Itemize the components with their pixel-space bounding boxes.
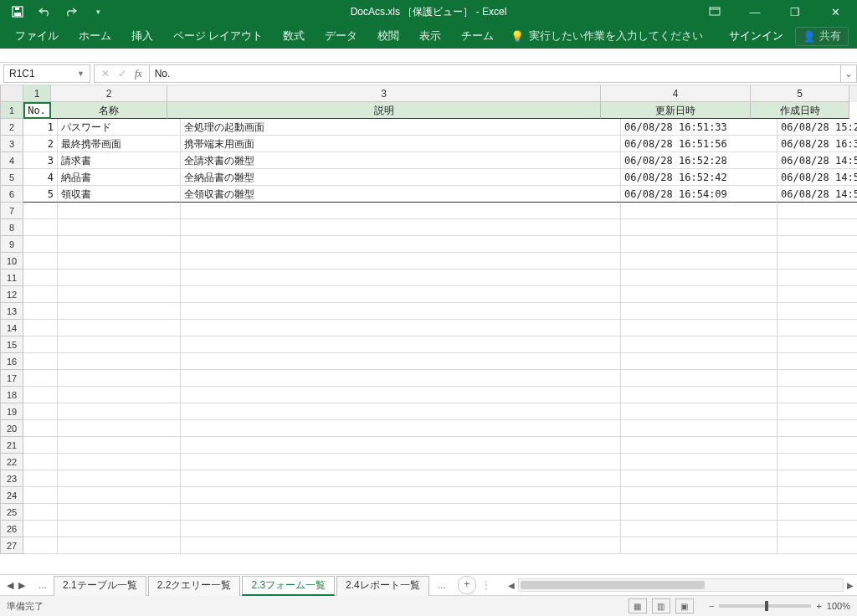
cell[interactable] <box>777 437 857 454</box>
cell[interactable] <box>621 236 777 253</box>
column-header[interactable]: 2 <box>51 85 167 102</box>
row-header[interactable]: 3 <box>0 136 23 152</box>
cell[interactable] <box>181 353 621 370</box>
cell[interactable] <box>621 219 777 236</box>
cell[interactable] <box>621 253 777 270</box>
ribbon-display-options-icon[interactable] <box>698 3 731 21</box>
cell[interactable] <box>58 320 181 336</box>
horizontal-scrollbar[interactable]: ◀ ▶ <box>505 578 857 592</box>
cell[interactable] <box>23 521 58 537</box>
cell[interactable]: 06/08/28 16:51:56 <box>621 136 777 152</box>
zoom-in-button[interactable]: + <box>816 601 821 611</box>
cell[interactable] <box>58 454 181 470</box>
new-sheet-button[interactable]: + <box>458 576 476 594</box>
tab-team[interactable]: チーム <box>451 23 504 49</box>
row-header[interactable]: 19 <box>0 403 23 420</box>
cell[interactable]: 2 <box>23 136 58 152</box>
sheet-tab[interactable]: 2.3フォーム一覧 <box>242 576 335 596</box>
tab-review[interactable]: 校閲 <box>367 23 409 49</box>
cell[interactable]: 06/08/28 16:52:42 <box>621 169 777 186</box>
cell[interactable] <box>58 403 181 420</box>
cell[interactable]: 06/08/28 16:51:33 <box>621 119 777 136</box>
close-button[interactable]: ✕ <box>819 3 852 21</box>
cell[interactable] <box>181 253 621 270</box>
cell[interactable] <box>58 420 181 437</box>
cell[interactable]: 5 <box>23 186 58 203</box>
cell[interactable] <box>181 454 621 470</box>
row-header[interactable]: 18 <box>0 387 23 403</box>
cell[interactable] <box>181 336 621 353</box>
row-header[interactable]: 14 <box>0 320 23 336</box>
cell[interactable] <box>23 403 58 420</box>
tab-formulas[interactable]: 数式 <box>273 23 315 49</box>
name-box[interactable]: R1C1 ▼ <box>3 64 90 83</box>
sign-in-link[interactable]: サインイン <box>729 29 783 44</box>
cell[interactable] <box>621 370 777 387</box>
cell[interactable] <box>777 253 857 270</box>
row-header[interactable]: 8 <box>0 219 23 236</box>
cell[interactable] <box>181 521 621 537</box>
row-header[interactable]: 12 <box>0 286 23 303</box>
header-cell[interactable]: 説明 <box>167 102 601 119</box>
cell[interactable] <box>58 487 181 504</box>
sheet-prev-icon[interactable]: ◀ <box>7 580 13 591</box>
cell[interactable] <box>621 487 777 504</box>
row-header[interactable]: 15 <box>0 336 23 353</box>
sheet-overflow-right[interactable]: ... <box>431 579 453 591</box>
cell[interactable] <box>181 286 621 303</box>
row-header[interactable]: 1 <box>0 102 23 119</box>
cell[interactable] <box>181 270 621 286</box>
sheet-tab[interactable]: 2.2クエリー一覧 <box>148 576 241 596</box>
cell[interactable] <box>777 286 857 303</box>
cell[interactable] <box>181 437 621 454</box>
row-header[interactable]: 20 <box>0 420 23 437</box>
cell[interactable]: 携帯端末用画面 <box>181 136 621 152</box>
cell[interactable] <box>777 470 857 487</box>
chevron-down-icon[interactable]: ▼ <box>77 69 85 78</box>
select-all-corner[interactable] <box>0 85 23 102</box>
cell[interactable] <box>777 236 857 253</box>
cell[interactable] <box>181 537 621 554</box>
cell[interactable] <box>777 353 857 370</box>
cell[interactable] <box>777 454 857 470</box>
cell[interactable] <box>181 320 621 336</box>
row-header[interactable]: 17 <box>0 370 23 387</box>
grid[interactable]: 12345 1No.名称説明更新日時作成日時21パスワード全処理の起動画面06/… <box>0 85 857 574</box>
cell[interactable] <box>23 336 58 353</box>
cell[interactable]: 全請求書の雛型 <box>181 152 621 169</box>
cell[interactable] <box>621 203 777 219</box>
scroll-right-icon[interactable]: ▶ <box>844 581 857 590</box>
cell[interactable] <box>621 420 777 437</box>
cell[interactable] <box>23 270 58 286</box>
cell[interactable]: 06/08/28 16:54:09 <box>621 186 777 203</box>
cell[interactable] <box>777 403 857 420</box>
cell[interactable] <box>621 504 777 521</box>
scroll-left-icon[interactable]: ◀ <box>505 581 518 590</box>
cell[interactable] <box>23 387 58 403</box>
column-header[interactable]: 5 <box>751 85 849 102</box>
cell[interactable]: 最終携帯画面 <box>58 136 181 152</box>
cell[interactable] <box>23 253 58 270</box>
normal-view-icon[interactable]: ▦ <box>629 598 647 613</box>
cell[interactable] <box>621 437 777 454</box>
cell[interactable] <box>23 470 58 487</box>
enter-icon[interactable]: ✓ <box>118 68 126 80</box>
row-header[interactable]: 23 <box>0 470 23 487</box>
cell[interactable] <box>23 537 58 554</box>
row-header[interactable]: 10 <box>0 253 23 270</box>
cell[interactable] <box>777 537 857 554</box>
cell[interactable]: 06/08/28 14:54 <box>777 152 857 169</box>
cell[interactable] <box>23 353 58 370</box>
row-header[interactable]: 13 <box>0 303 23 320</box>
cell[interactable]: 請求書 <box>58 152 181 169</box>
cell[interactable] <box>58 336 181 353</box>
cell[interactable] <box>58 437 181 454</box>
formula-input[interactable]: No. <box>149 64 841 83</box>
cell[interactable] <box>23 219 58 236</box>
cell[interactable] <box>58 303 181 320</box>
cell[interactable] <box>58 203 181 219</box>
fx-icon[interactable]: fx <box>135 68 142 80</box>
cell[interactable]: 06/08/28 15:29 <box>777 119 857 136</box>
cell[interactable] <box>58 270 181 286</box>
cell[interactable] <box>621 387 777 403</box>
